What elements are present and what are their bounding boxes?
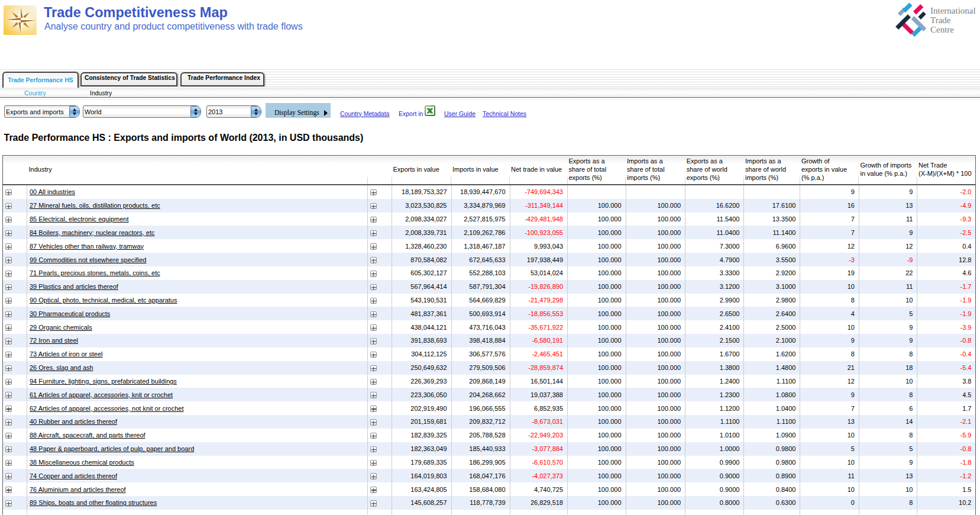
svg-text:International: International: [930, 6, 976, 15]
svg-text:Centre: Centre: [930, 25, 954, 34]
svg-text:Trade: Trade: [930, 15, 951, 25]
